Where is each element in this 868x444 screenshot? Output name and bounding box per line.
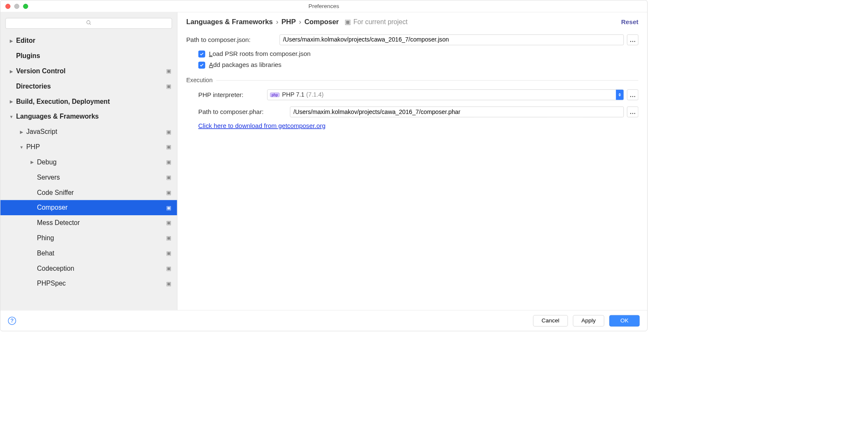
sidebar-item-code-sniffer[interactable]: Code Sniffer▣ [0, 185, 177, 200]
sidebar-item-mess-detector[interactable]: Mess Detector▣ [0, 215, 177, 230]
add-packages-label: Add packages as libraries [209, 61, 281, 69]
chevron-right-icon: ▶ [19, 129, 24, 134]
window-title: Preferences [0, 3, 647, 10]
sidebar-item-label: Languages & Frameworks [14, 113, 177, 120]
sidebar-item-label: Mess Detector [35, 219, 167, 227]
breadcrumb: Languages & Frameworks › PHP › Composer [186, 18, 339, 26]
sidebar-item-label: PHP [24, 143, 166, 151]
footer: ? Cancel Apply OK [0, 310, 647, 331]
breadcrumb-seg: PHP [281, 18, 296, 26]
chevron-right-icon: › [299, 18, 301, 26]
dropdown-arrow-icon [616, 90, 623, 100]
project-scope-icon: ▣ [166, 83, 171, 90]
load-psr-checkbox[interactable] [198, 50, 205, 57]
sidebar-item-label: Editor [14, 37, 177, 44]
sidebar-item-php[interactable]: ▼PHP▣ [0, 139, 177, 155]
php-icon: php [270, 93, 280, 97]
sidebar-item-label: Servers [35, 174, 167, 181]
path-json-label: Path to composer.json: [186, 36, 279, 43]
interpreter-more-button[interactable]: … [627, 89, 638, 100]
sidebar-item-label: Plugins [14, 52, 177, 60]
sidebar-item-editor[interactable]: ▶Editor [0, 33, 177, 48]
sidebar-item-directories[interactable]: Directories▣ [0, 79, 177, 94]
sidebar: ▶EditorPlugins▶Version Control▣Directori… [0, 12, 178, 310]
sidebar-item-label: Behat [35, 250, 167, 257]
interpreter-select[interactable]: php PHP 7.1 (7.1.4) [267, 89, 623, 100]
sidebar-item-phing[interactable]: Phing▣ [0, 230, 177, 246]
add-packages-checkbox[interactable] [198, 61, 205, 68]
content-pane: Languages & Frameworks › PHP › Composer … [178, 12, 648, 310]
project-scope-icon: ▣ [166, 265, 171, 272]
sidebar-item-servers[interactable]: Servers▣ [0, 170, 177, 185]
ok-button[interactable]: OK [609, 315, 640, 326]
sidebar-item-phpspec[interactable]: PHPSpec▣ [0, 276, 177, 291]
project-scope-icon: ▣ [166, 189, 171, 196]
help-button[interactable]: ? [8, 316, 16, 325]
sidebar-item-plugins[interactable]: Plugins [0, 48, 177, 64]
project-scope-icon: ▣ [166, 280, 171, 287]
chevron-right-icon: ▶ [8, 99, 14, 104]
breadcrumb-seg: Languages & Frameworks [186, 18, 273, 26]
project-scope-icon: ▣ [166, 219, 171, 226]
chevron-down-icon: ▼ [19, 144, 24, 149]
sidebar-item-label: Code Sniffer [35, 189, 167, 196]
cancel-button[interactable]: Cancel [533, 315, 568, 326]
path-phar-input[interactable] [290, 106, 624, 117]
chevron-right-icon: ▶ [8, 39, 14, 43]
download-composer-link[interactable]: Click here to download from getcomposer.… [198, 122, 326, 129]
sidebar-item-label: Composer [35, 204, 167, 211]
project-scope-icon: ▣ [166, 250, 171, 257]
project-scope-icon: ▣ [166, 159, 171, 166]
sidebar-item-label: JavaScript [24, 128, 166, 136]
sidebar-item-behat[interactable]: Behat▣ [0, 246, 177, 261]
sidebar-item-composer[interactable]: Composer▣ [0, 200, 177, 215]
browse-json-button[interactable]: … [627, 34, 638, 45]
project-scope-icon: ▣ [345, 18, 351, 26]
settings-tree: ▶EditorPlugins▶Version Control▣Directori… [0, 33, 177, 310]
sidebar-item-build-execution-deployment[interactable]: ▶Build, Execution, Deployment [0, 94, 177, 109]
sidebar-item-debug[interactable]: ▶Debug▣ [0, 155, 177, 170]
chevron-right-icon: › [276, 18, 278, 26]
path-json-input[interactable] [279, 34, 623, 45]
search-field[interactable] [6, 18, 172, 29]
sidebar-item-javascript[interactable]: ▶JavaScript▣ [0, 124, 177, 139]
titlebar: Preferences [0, 0, 647, 12]
load-psr-label: Load PSR roots from composer.json [209, 50, 311, 58]
sidebar-item-label: Version Control [14, 67, 167, 75]
search-input[interactable] [6, 18, 172, 29]
path-phar-label: Path to composer.phar: [198, 108, 290, 116]
sidebar-item-codeception[interactable]: Codeception▣ [0, 261, 177, 276]
project-scope-icon: ▣ [166, 68, 171, 75]
sidebar-item-label: Codeception [35, 264, 167, 272]
scope-label: ▣ For current project [345, 18, 408, 26]
project-scope-icon: ▣ [166, 235, 171, 241]
breadcrumb-seg: Composer [304, 18, 339, 26]
chevron-down-icon: ▼ [8, 114, 14, 119]
sidebar-item-label: Debug [35, 158, 167, 166]
sidebar-item-label: Build, Execution, Deployment [14, 98, 177, 105]
sidebar-item-version-control[interactable]: ▶Version Control▣ [0, 64, 177, 79]
apply-button[interactable]: Apply [573, 315, 604, 326]
sidebar-item-languages-frameworks[interactable]: ▼Languages & Frameworks [0, 109, 177, 124]
project-scope-icon: ▣ [166, 204, 171, 211]
sidebar-item-label: PHPSpec [35, 280, 167, 287]
interpreter-label: PHP interpreter: [198, 91, 267, 98]
browse-phar-button[interactable]: … [627, 106, 638, 117]
sidebar-item-label: Phing [35, 234, 167, 242]
chevron-right-icon: ▶ [29, 160, 35, 164]
execution-section-title: Execution [186, 77, 212, 83]
project-scope-icon: ▣ [166, 174, 171, 181]
chevron-right-icon: ▶ [8, 69, 14, 73]
project-scope-icon: ▣ [166, 144, 171, 150]
reset-link[interactable]: Reset [621, 19, 639, 26]
project-scope-icon: ▣ [166, 128, 171, 135]
sidebar-item-label: Directories [14, 83, 167, 90]
